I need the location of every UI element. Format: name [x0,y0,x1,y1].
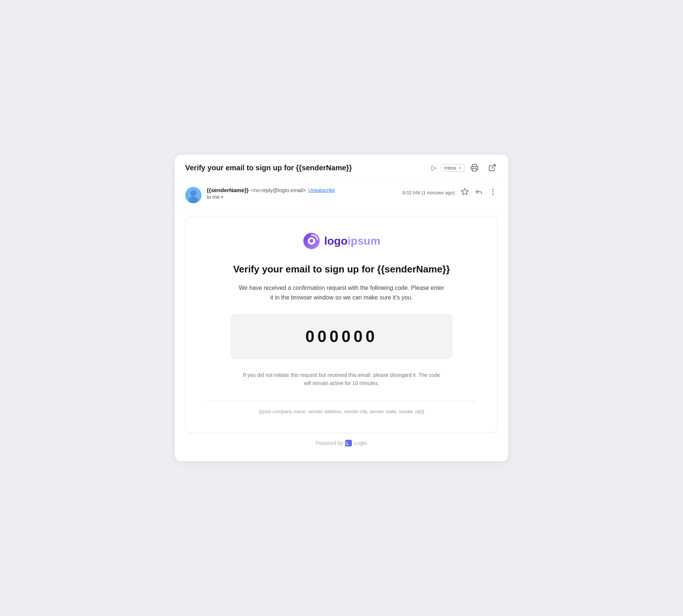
verification-code-box: 000000 [230,314,453,359]
to-me-caret-icon: ▾ [221,195,223,200]
svg-point-6 [493,189,493,190]
inbox-label-text: Inbox [444,165,456,171]
avatar-icon [185,187,201,203]
footer-note: If you did not initiate this request but… [241,371,442,388]
more-options-icon [489,188,497,196]
svg-point-11 [310,239,313,243]
star-icon [461,188,469,196]
svg-point-3 [190,190,196,196]
svg-marker-5 [462,188,468,195]
logo-text: logoipsum [324,235,380,247]
star-button[interactable] [460,187,470,198]
email-divider [208,401,475,401]
logto-mini-icon: L [345,440,352,446]
avatar [185,187,201,203]
email-content: logoipsum Verify your email to sign up f… [186,217,497,433]
svg-rect-0 [473,168,477,171]
sender-name-row: {{senderName}} <no-reply@logto.email> Un… [207,187,397,193]
logo-container: logoipsum [208,232,475,250]
email-subject: Verify your email to sign up for {{sende… [185,164,427,172]
reply-icon [475,188,483,196]
powered-by-brand: Logto [354,440,367,446]
more-options-button[interactable] [488,187,498,198]
print-button[interactable] [469,162,480,173]
action-icons [460,187,498,198]
to-me[interactable]: to me ▾ [207,194,397,200]
email-body-wrapper: logoipsum Verify your email to sign up f… [175,210,508,461]
email-header: Verify your email to sign up for {{sende… [175,155,508,181]
external-link-button[interactable] [487,162,498,173]
svg-point-7 [493,191,493,192]
powered-by: Powered by L Logto [185,433,498,450]
svg-text:L: L [346,441,349,446]
email-description: We have received a confirmation request … [238,283,445,302]
company-address: {{your company name, sender address, sen… [208,409,475,414]
header-actions [469,162,498,173]
svg-point-8 [493,194,493,195]
sender-info: {{senderName}} <no-reply@logto.email> Un… [207,187,397,200]
logo-light-text: ipsum [347,235,380,247]
sender-name: {{senderName}} [207,187,249,193]
email-client: Verify your email to sign up for {{sende… [175,155,508,461]
unsubscribe-link[interactable]: Unsubscribe [308,187,335,193]
sender-time-area: 8:02 AM (1 minutes ago) [402,187,498,198]
sender-bar: {{senderName}} <no-reply@logto.email> Un… [175,181,508,210]
sender-email: <no-reply@logto.email> [251,187,306,193]
svg-line-1 [492,165,495,168]
snooze-icon: ▷ [432,164,437,172]
email-card: logoipsum Verify your email to sign up f… [185,217,498,433]
reply-button[interactable] [474,187,484,198]
email-timestamp: 8:02 AM (1 minutes ago) [402,190,455,195]
logo-dark-text: logo [324,235,347,247]
email-heading: Verify your email to sign up for {{sende… [208,263,475,276]
verification-code: 000000 [306,327,378,345]
to-me-text: to me [207,194,220,200]
print-icon [470,164,479,172]
external-link-icon [488,164,496,172]
inbox-label[interactable]: Inbox × [441,164,464,172]
inbox-label-close[interactable]: × [458,165,461,171]
logo-icon [303,232,320,250]
powered-by-text: Powered by [316,440,343,446]
